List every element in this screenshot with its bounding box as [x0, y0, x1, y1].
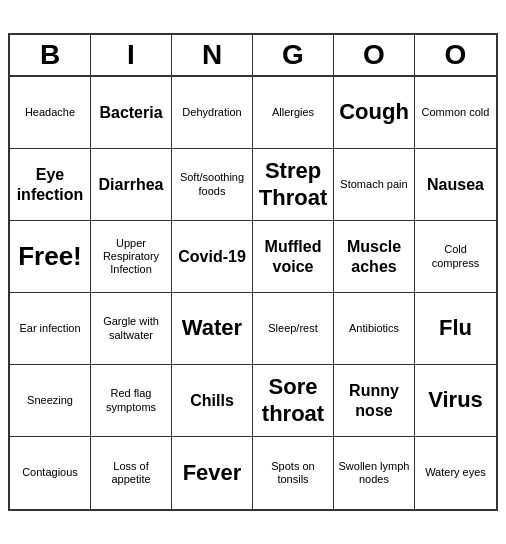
bingo-cell-35: Watery eyes — [415, 437, 496, 509]
bingo-cell-9: Strep Throat — [253, 149, 334, 221]
bingo-cell-24: Sneezing — [10, 365, 91, 437]
bingo-cell-21: Sleep/rest — [253, 293, 334, 365]
bingo-cell-5: Common cold — [415, 77, 496, 149]
bingo-cell-27: Sore throat — [253, 365, 334, 437]
bingo-cell-18: Ear infection — [10, 293, 91, 365]
header-letter-5: O — [415, 35, 496, 75]
header-letter-0: B — [10, 35, 91, 75]
bingo-cell-10: Stomach pain — [334, 149, 415, 221]
bingo-cell-13: Upper Respiratory Infection — [91, 221, 172, 293]
bingo-cell-26: Chills — [172, 365, 253, 437]
bingo-header: BINGOO — [10, 35, 496, 77]
bingo-cell-12: Free! — [10, 221, 91, 293]
bingo-cell-23: Flu — [415, 293, 496, 365]
bingo-cell-19: Gargle with saltwater — [91, 293, 172, 365]
header-letter-4: O — [334, 35, 415, 75]
bingo-cell-33: Spots on tonsils — [253, 437, 334, 509]
bingo-cell-25: Red flag symptoms — [91, 365, 172, 437]
bingo-cell-1: Bacteria — [91, 77, 172, 149]
bingo-cell-14: Covid-19 — [172, 221, 253, 293]
bingo-cell-22: Antibiotics — [334, 293, 415, 365]
bingo-cell-29: Virus — [415, 365, 496, 437]
bingo-cell-2: Dehydration — [172, 77, 253, 149]
bingo-cell-20: Water — [172, 293, 253, 365]
bingo-cell-6: Eye infection — [10, 149, 91, 221]
bingo-cell-32: Fever — [172, 437, 253, 509]
bingo-cell-8: Soft/soothing foods — [172, 149, 253, 221]
bingo-cell-16: Muscle aches — [334, 221, 415, 293]
bingo-cell-3: Allergies — [253, 77, 334, 149]
bingo-cell-28: Runny nose — [334, 365, 415, 437]
bingo-cell-0: Headache — [10, 77, 91, 149]
bingo-cell-7: Diarrhea — [91, 149, 172, 221]
bingo-cell-30: Contagious — [10, 437, 91, 509]
bingo-cell-4: Cough — [334, 77, 415, 149]
bingo-cell-34: Swollen lymph nodes — [334, 437, 415, 509]
bingo-cell-17: Cold compress — [415, 221, 496, 293]
header-letter-1: I — [91, 35, 172, 75]
bingo-cell-31: Loss of appetite — [91, 437, 172, 509]
header-letter-3: G — [253, 35, 334, 75]
bingo-cell-11: Nausea — [415, 149, 496, 221]
header-letter-2: N — [172, 35, 253, 75]
bingo-grid: HeadacheBacteriaDehydrationAllergiesCoug… — [10, 77, 496, 509]
bingo-card: BINGOO HeadacheBacteriaDehydrationAllerg… — [8, 33, 498, 511]
bingo-cell-15: Muffled voice — [253, 221, 334, 293]
